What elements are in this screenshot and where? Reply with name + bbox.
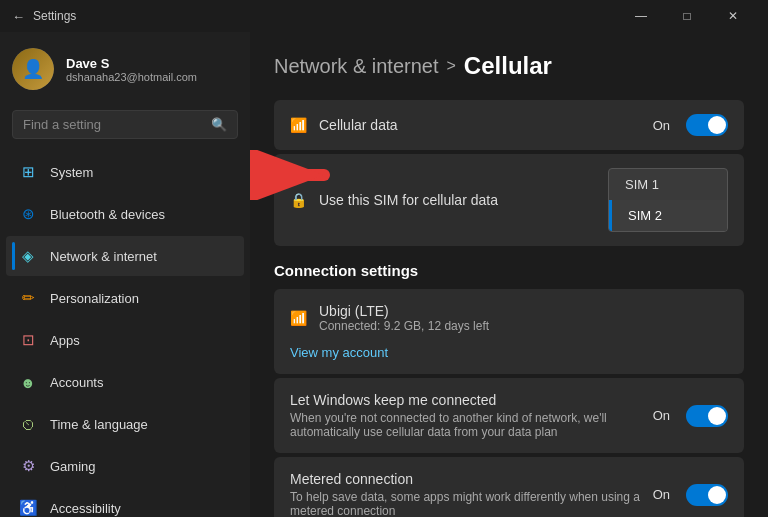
titlebar: ← Settings — □ ✕ [0, 0, 768, 32]
accessibility-icon: ♿ [18, 498, 38, 517]
metered-toggle[interactable] [686, 484, 728, 506]
personalize-icon: ✏ [18, 288, 38, 308]
titlebar-left: ← Settings [12, 9, 76, 24]
keep-connected-toggle-wrapper: On [653, 405, 728, 427]
breadcrumb-current: Cellular [464, 52, 552, 80]
sim-dropdown[interactable]: SIM 1 SIM 2 [608, 168, 728, 232]
cellular-data-status: On [653, 118, 670, 133]
cellular-data-left: 📶 Cellular data [290, 117, 398, 133]
connection-header: 📶 Ubigi (LTE) Connected: 9.2 GB, 12 days… [290, 303, 728, 333]
sidebar-item-label: System [50, 165, 93, 180]
sidebar-item-accounts[interactable]: ☻ Accounts [6, 362, 244, 402]
breadcrumb-separator: > [447, 57, 456, 75]
metered-desc: To help save data, some apps might work … [290, 490, 653, 517]
sidebar: 👤 Dave S dshanaha23@hotmail.com 🔍 ⊞ Syst… [0, 32, 250, 517]
toggle-knob-2 [708, 407, 726, 425]
search-box[interactable]: 🔍 [12, 110, 238, 139]
titlebar-title: Settings [33, 9, 76, 23]
sidebar-item-system[interactable]: ⊞ System [6, 152, 244, 192]
minimize-button[interactable]: — [618, 0, 664, 32]
sidebar-item-label: Bluetooth & devices [50, 207, 165, 222]
bluetooth-icon: ⊛ [18, 204, 38, 224]
sim-icon: 🔒 [290, 192, 307, 208]
keep-connected-info: Let Windows keep me connected When you'r… [290, 392, 653, 439]
time-icon: ⏲ [18, 414, 38, 434]
sidebar-item-label: Network & internet [50, 249, 157, 264]
use-sim-row: 🔒 Use this SIM for cellular data SIM 1 [274, 154, 744, 246]
user-info: Dave S dshanaha23@hotmail.com [66, 56, 197, 83]
use-sim-left: 🔒 Use this SIM for cellular data [290, 192, 498, 208]
toggle-knob-3 [708, 486, 726, 504]
close-button[interactable]: ✕ [710, 0, 756, 32]
toggle-knob [708, 116, 726, 134]
avatar-image: 👤 [12, 48, 54, 90]
sidebar-item-gaming[interactable]: ⚙ Gaming [6, 446, 244, 486]
sidebar-item-network[interactable]: ◈ Network & internet [6, 236, 244, 276]
network-icon: ◈ [18, 246, 38, 266]
connection-card: 📶 Ubigi (LTE) Connected: 9.2 GB, 12 days… [274, 289, 744, 374]
keep-connected-label: Let Windows keep me connected [290, 392, 653, 408]
system-icon: ⊞ [18, 162, 38, 182]
metered-info: Metered connection To help save data, so… [290, 471, 653, 517]
titlebar-controls: — □ ✕ [618, 0, 756, 32]
sidebar-item-time[interactable]: ⏲ Time & language [6, 404, 244, 444]
sidebar-item-label: Gaming [50, 459, 96, 474]
maximize-button[interactable]: □ [664, 0, 710, 32]
breadcrumb: Network & internet > Cellular [274, 52, 744, 80]
breadcrumb-parent[interactable]: Network & internet [274, 55, 439, 78]
sim-option-1[interactable]: SIM 1 [609, 169, 727, 200]
sidebar-item-accessibility[interactable]: ♿ Accessibility [6, 488, 244, 517]
sidebar-item-label: Accounts [50, 375, 103, 390]
cellular-data-row: 📶 Cellular data On [274, 100, 744, 150]
user-email: dshanaha23@hotmail.com [66, 71, 197, 83]
metered-toggle-wrapper: On [653, 484, 728, 506]
accounts-icon: ☻ [18, 372, 38, 392]
cellular-data-toggle-wrapper: On [653, 114, 728, 136]
sidebar-item-label: Apps [50, 333, 80, 348]
content-area: Network & internet > Cellular 📶 Cellular… [250, 32, 768, 517]
gaming-icon: ⚙ [18, 456, 38, 476]
connection-info: Ubigi (LTE) Connected: 9.2 GB, 12 days l… [319, 303, 489, 333]
search-input[interactable] [23, 117, 203, 132]
sidebar-item-label: Time & language [50, 417, 148, 432]
metered-status: On [653, 487, 670, 502]
view-account-link[interactable]: View my account [290, 345, 388, 360]
sim-option-2[interactable]: SIM 2 [609, 200, 727, 231]
keep-connected-status: On [653, 408, 670, 423]
keep-connected-toggle[interactable] [686, 405, 728, 427]
cellular-data-label: Cellular data [319, 117, 398, 133]
keep-connected-row: Let Windows keep me connected When you'r… [274, 378, 744, 453]
metered-row: Metered connection To help save data, so… [274, 457, 744, 517]
connection-settings-title: Connection settings [274, 262, 744, 279]
user-section[interactable]: 👤 Dave S dshanaha23@hotmail.com [0, 32, 250, 106]
use-sim-label: Use this SIM for cellular data [319, 192, 498, 208]
avatar: 👤 [12, 48, 54, 90]
connection-signal-icon: 📶 [290, 310, 307, 326]
sidebar-item-personalization[interactable]: ✏ Personalization [6, 278, 244, 318]
connection-detail: Connected: 9.2 GB, 12 days left [319, 319, 489, 333]
signal-icon: 📶 [290, 117, 307, 133]
sidebar-item-label: Personalization [50, 291, 139, 306]
metered-label: Metered connection [290, 471, 653, 487]
connection-name: Ubigi (LTE) [319, 303, 489, 319]
sidebar-item-apps[interactable]: ⊡ Apps [6, 320, 244, 360]
sidebar-item-bluetooth[interactable]: ⊛ Bluetooth & devices [6, 194, 244, 234]
main-layout: 👤 Dave S dshanaha23@hotmail.com 🔍 ⊞ Syst… [0, 32, 768, 517]
sidebar-item-label: Accessibility [50, 501, 121, 516]
cellular-data-toggle[interactable] [686, 114, 728, 136]
sim-dropdown-wrapper[interactable]: SIM 1 SIM 2 [608, 168, 728, 232]
user-name: Dave S [66, 56, 197, 71]
back-icon[interactable]: ← [12, 9, 25, 24]
keep-connected-desc: When you're not connected to another kin… [290, 411, 653, 439]
apps-icon: ⊡ [18, 330, 38, 350]
search-icon: 🔍 [211, 117, 227, 132]
